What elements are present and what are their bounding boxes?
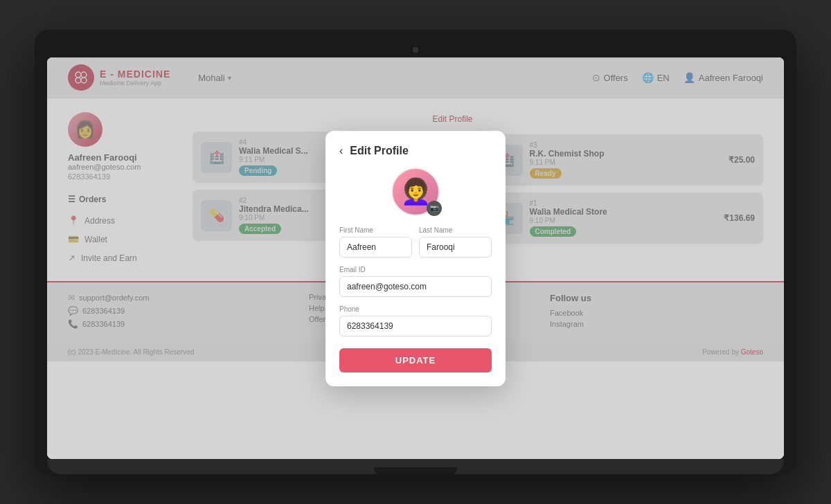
email-input[interactable] <box>339 276 492 297</box>
last-name-label: Last Name <box>419 226 492 234</box>
modal-avatar-wrapper: 👩‍🦱 📷 <box>339 168 492 216</box>
first-name-group: First Name <box>339 226 412 258</box>
first-name-input[interactable] <box>339 237 412 258</box>
camera-dot <box>413 47 418 53</box>
name-row: First Name Last Name <box>339 226 492 258</box>
update-button[interactable]: UPDATE <box>339 348 492 372</box>
email-group: Email ID <box>339 266 492 297</box>
modal-title: Edit Profile <box>350 145 408 157</box>
email-label: Email ID <box>339 266 492 273</box>
phone-input[interactable] <box>339 316 492 336</box>
edit-profile-modal: ‹ Edit Profile 👩‍🦱 📷 First Name <box>325 131 506 386</box>
modal-overlay: ‹ Edit Profile 👩‍🦱 📷 First Name <box>47 57 784 459</box>
phone-group: Phone <box>339 305 492 336</box>
phone-label: Phone <box>339 305 492 313</box>
last-name-group: Last Name <box>419 226 492 258</box>
camera-edit-icon[interactable]: 📷 <box>427 201 442 216</box>
laptop-notch <box>374 467 457 474</box>
modal-header: ‹ Edit Profile <box>339 145 492 157</box>
first-name-label: First Name <box>339 226 412 234</box>
modal-back-button[interactable]: ‹ <box>339 145 343 157</box>
last-name-input[interactable] <box>419 237 492 258</box>
